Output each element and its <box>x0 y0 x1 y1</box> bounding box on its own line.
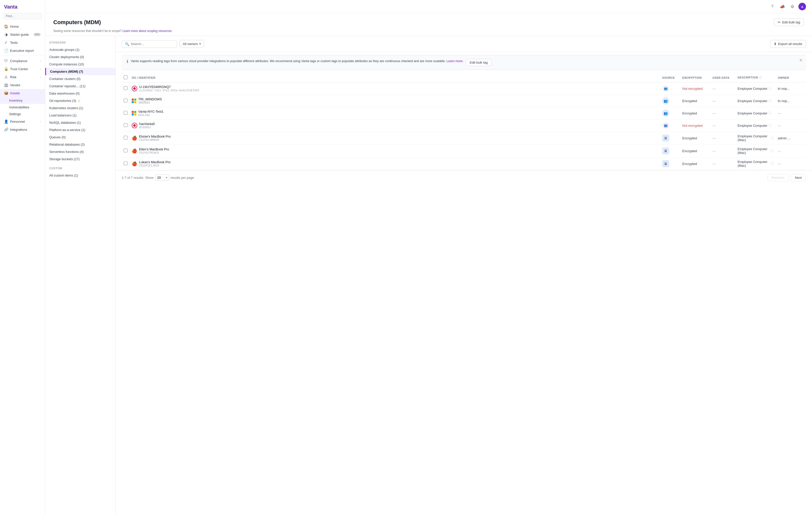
avatar[interactable]: a <box>799 3 806 10</box>
nav-home[interactable]: 🏠 Home <box>0 22 45 30</box>
assets-icon: 📦 <box>4 91 8 95</box>
previous-button[interactable]: Previous <box>767 174 789 181</box>
search-input[interactable] <box>3 13 42 19</box>
col-header-encryption: ENCRYPTION <box>680 73 710 83</box>
apple-icon: 🍎 <box>132 136 137 141</box>
page-size-selector: Show 20 50 100 results per page <box>145 174 194 181</box>
nav-personnel[interactable]: 👤 Personnel › <box>0 117 45 125</box>
panel-item-relational-dbs[interactable]: Relational databases (2) <box>45 141 115 148</box>
bell-icon[interactable]: 📣 <box>778 2 786 10</box>
nav-executive-report[interactable]: 📄 Executive report <box>0 47 45 55</box>
nav-vendor[interactable]: 🏢 Vendor <box>0 81 45 89</box>
search-input[interactable] <box>131 42 174 46</box>
panel-item-nosql[interactable]: NoSQL databases (1) <box>45 119 115 126</box>
computer-id: BS9X8G3 <box>139 126 155 129</box>
description-info-icon[interactable]: ⓘ <box>771 149 774 153</box>
description-info-icon[interactable]: ⓘ <box>771 136 774 140</box>
panel-item-computers-mdm[interactable]: Computers (MDM) (7) <box>45 68 115 75</box>
scoping-link[interactable]: Learn more about scoping resources. <box>122 29 172 33</box>
encryption-status: Encrypted <box>682 136 697 140</box>
panel-item-container-clusters[interactable]: Container clusters (0) <box>45 75 115 83</box>
owners-dropdown[interactable]: All owners ▾ <box>179 40 204 48</box>
windows-icon <box>132 111 136 115</box>
computer-name: Eloise's MacBook Pro <box>139 135 171 138</box>
row-checkbox-6[interactable] <box>124 162 127 165</box>
panel-item-queues[interactable]: Queues (0) <box>45 134 115 141</box>
info-banner-edit-tag-button[interactable]: Edit bulk tag <box>466 59 491 66</box>
nav-tests[interactable]: ✓ Tests <box>0 38 45 47</box>
nav-assets[interactable]: 📦 Assets ˅ <box>0 89 45 97</box>
per-page-label: results per page <box>171 176 194 179</box>
settings-icon[interactable]: ⚙ <box>788 2 796 10</box>
table-footer: 1-7 of 7 results Show 20 50 100 results … <box>116 170 812 185</box>
panel-item-data-warehouses[interactable]: Data warehouses (0) <box>45 90 115 97</box>
page-size-select[interactable]: 20 50 100 <box>155 174 169 181</box>
source-icon: 🖥 <box>662 160 669 167</box>
nav-risk[interactable]: ⚠ Risk › <box>0 73 45 81</box>
help-icon[interactable]: ? <box>768 2 776 10</box>
panel-item-paas[interactable]: Platform-as-a-service (1) <box>45 126 115 134</box>
close-icon[interactable]: ✕ <box>799 58 803 63</box>
show-label: Show <box>145 176 154 179</box>
nav-integrations[interactable]: 🔗 Integrations <box>0 125 45 134</box>
row-checkbox-2[interactable] <box>124 111 127 115</box>
select-all-checkbox[interactable] <box>124 76 127 79</box>
source-icon: 👥 <box>662 110 669 117</box>
description-cell: Employee Computer (Mac)ⓘ <box>737 147 774 155</box>
encryption-status: Encrypted <box>682 111 697 115</box>
edit-bulk-tag-button[interactable]: ✏ Edit bulk tag <box>774 18 804 26</box>
col-header-userdata: USER DATA <box>710 73 735 83</box>
owner-value: — <box>778 111 781 115</box>
page-size-wrapper[interactable]: 20 50 100 <box>155 174 169 181</box>
description-info-icon[interactable]: ⓘ <box>771 162 774 166</box>
col-header-description: DESCRIPTION ⓘ <box>735 73 776 83</box>
nav-starter-guide[interactable]: ◑ Starter guide 50% <box>0 30 45 38</box>
computer-name: U-1WJYE046RGNQ7 <box>139 85 199 89</box>
panel-item-compute-instances[interactable]: Compute instances (10) <box>45 61 115 68</box>
description-info-icon[interactable]: ⓘ <box>768 123 772 128</box>
desc-info-icon[interactable]: ⓘ <box>759 76 762 79</box>
panel-item-serverless[interactable]: Serverless functions (4) <box>45 148 115 155</box>
nav-sub-inventory[interactable]: Inventory <box>0 97 45 104</box>
nav-trust-center[interactable]: 🔒 Trust Center › <box>0 65 45 73</box>
source-icon: 🖥 <box>662 135 669 142</box>
home-icon: 🏠 <box>4 24 8 28</box>
panel-item-storage[interactable]: Storage buckets (17) <box>45 155 115 163</box>
description-info-icon[interactable]: ⓘ <box>768 86 772 91</box>
search-icon: 🔍 <box>125 42 129 46</box>
nav-compliance[interactable]: 🛡 Compliance › <box>0 57 45 65</box>
panel-item-custom-items[interactable]: All custom items (1) <box>45 172 115 179</box>
page-subtitle: Seeing some resources that shouldn't be … <box>53 29 804 33</box>
personnel-icon: 👤 <box>4 119 8 123</box>
page-header: Computers (MDM) ✏ Edit bulk tag Seeing s… <box>45 13 812 36</box>
next-button[interactable]: Next <box>791 174 806 181</box>
panel-item-cluster-deployments[interactable]: Cluster deployments (0) <box>45 53 115 61</box>
panel-item-kubernetes[interactable]: Kubernetes clusters (1) <box>45 104 115 112</box>
user-data: — <box>713 99 716 103</box>
results-count: 1-7 of 7 results <box>122 176 143 179</box>
top-bar: ? 📣 ⚙ a <box>45 0 812 13</box>
vanta-circle-icon <box>132 123 137 128</box>
description-info-icon[interactable]: ⓘ <box>768 99 772 103</box>
panel-item-autoscale[interactable]: Autoscale groups (1) <box>45 46 115 53</box>
integrations-icon: 🔗 <box>4 127 8 132</box>
row-checkbox-4[interactable] <box>124 136 127 140</box>
search-box[interactable]: 🔍 <box>122 40 177 48</box>
row-checkbox-5[interactable] <box>124 149 127 152</box>
row-checkbox-0[interactable] <box>124 86 127 90</box>
nav-sub-vulnerabilities[interactable]: Vulnerabilities <box>0 104 45 111</box>
row-checkbox-3[interactable] <box>124 123 127 127</box>
report-icon: 📄 <box>4 49 8 53</box>
app-logo: Vanta <box>0 0 45 13</box>
panel-item-container-repos[interactable]: Container reposito... (11) <box>45 83 115 90</box>
nav-sub-settings[interactable]: Settings <box>0 111 45 117</box>
learn-more-link[interactable]: Learn more. <box>446 59 463 63</box>
risk-chevron: › <box>40 76 41 79</box>
computer-id: 98RXKN3 <box>138 101 162 104</box>
description-info-icon[interactable]: ⓘ <box>768 111 772 115</box>
export-button[interactable]: ⬇ Export all results <box>770 40 806 48</box>
panel-item-git-repos[interactable]: Git repositories (3) ⚠ <box>45 97 115 104</box>
panel-item-load-balancers[interactable]: Load balancers (1) <box>45 112 115 119</box>
row-checkbox-1[interactable] <box>124 98 127 102</box>
info-banner-text: Vanta supports reading tags from various… <box>131 59 463 64</box>
